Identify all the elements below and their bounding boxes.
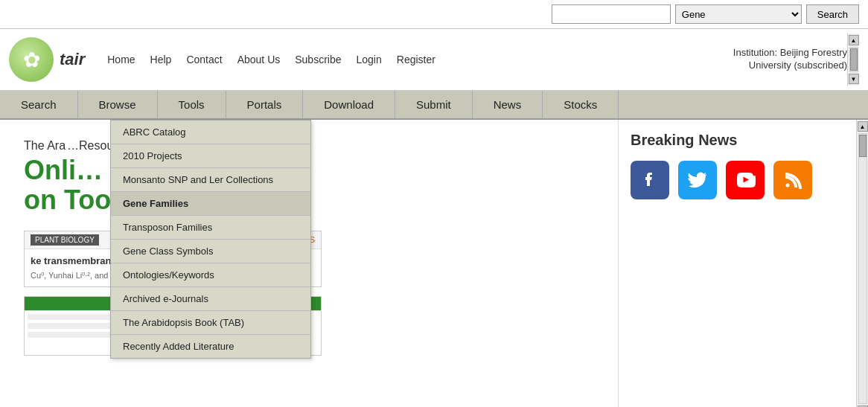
secondary-nav: Search Browse Tools Portals Download Sub…	[0, 91, 868, 120]
scroll-thumb[interactable]	[850, 48, 858, 71]
register-link[interactable]: Register	[397, 54, 435, 65]
logo-area[interactable]: tair	[9, 37, 85, 82]
dropdown-monsanto-snp[interactable]: Monsanto SNP and Ler Collections	[111, 168, 310, 192]
twitter-icon[interactable]	[678, 161, 717, 199]
dropdown-gene-class-symbols[interactable]: Gene Class Symbols	[111, 240, 310, 263]
nav-tools[interactable]: Tools	[158, 91, 226, 118]
main-scroll-track	[858, 133, 867, 404]
about-link[interactable]: About Us	[237, 54, 281, 65]
main-content: The Ara…Resource Onli… ol: Generic on To…	[0, 120, 868, 407]
title-prefix: The Ara	[24, 139, 66, 152]
dropdown-arabidopsis-book[interactable]: The Arabidopsis Book (TAB)	[111, 311, 310, 335]
main-scrollbar[interactable]: ▲ ▼	[856, 120, 868, 407]
scroll-down-btn[interactable]: ▼	[849, 74, 859, 84]
nav-submit[interactable]: Submit	[395, 91, 473, 118]
site-header: tair Home Help Contact About Us Subscrib…	[0, 29, 868, 91]
rss-icon[interactable]	[773, 161, 812, 199]
dropdown-archived-ejournals[interactable]: Archived e-Journals	[111, 287, 310, 311]
scroll-up-btn[interactable]: ▲	[849, 35, 859, 45]
breaking-news-title: Breaking News	[631, 132, 844, 149]
login-link[interactable]: Login	[357, 54, 382, 65]
nav-news[interactable]: News	[473, 91, 543, 118]
nav-download[interactable]: Download	[303, 91, 395, 118]
social-icons-row	[631, 161, 844, 199]
dropdown-recently-added[interactable]: Recently Added Literature	[111, 335, 310, 358]
subscribe-link[interactable]: Subscribe	[295, 54, 341, 65]
nav-portals[interactable]: Portals	[226, 91, 304, 118]
svg-point-0	[786, 184, 790, 188]
content-right: Breaking News	[618, 120, 856, 407]
scroll-track	[849, 47, 858, 72]
dropdown-abrc-catalog[interactable]: ABRC Catalog	[111, 121, 310, 144]
home-link[interactable]: Home	[107, 54, 135, 65]
content-left: The Ara…Resource Onli… ol: Generic on To…	[0, 120, 618, 407]
header-scrollbar[interactable]: ▲ ▼	[847, 33, 859, 86]
logo-text: tair	[60, 50, 85, 69]
main-scroll-up[interactable]: ▲	[858, 121, 868, 132]
institution-text: Institution: Beijing Forestry University…	[698, 47, 847, 72]
main-nav: Home Help Contact About Us Subscribe Log…	[107, 47, 847, 72]
facebook-icon[interactable]	[631, 161, 669, 199]
logo-icon	[9, 37, 54, 82]
search-input[interactable]	[552, 4, 671, 24]
help-link[interactable]: Help	[150, 54, 172, 65]
dropdown-gene-families[interactable]: Gene Families	[111, 192, 310, 216]
plant-bio-tag: PLANT BIOLOGY	[31, 234, 99, 246]
nav-search[interactable]: Search	[0, 91, 78, 118]
top-search-bar: Gene Protein Locus Keyword Author Search	[0, 0, 868, 29]
search-type-select[interactable]: Gene Protein Locus Keyword Author	[675, 4, 802, 24]
main-scroll-thumb[interactable]	[859, 135, 867, 157]
youtube-icon[interactable]	[726, 161, 765, 199]
browse-dropdown: ABRC Catalog 2010 Projects Monsanto SNP …	[110, 120, 311, 359]
dropdown-2010-projects[interactable]: 2010 Projects	[111, 144, 310, 168]
nav-stocks[interactable]: Stocks	[543, 91, 619, 118]
dropdown-ontologies-keywords[interactable]: Ontologies/Keywords	[111, 263, 310, 287]
nav-browse[interactable]: Browse	[78, 91, 158, 118]
dropdown-transposon-families[interactable]: Transposon Families	[111, 216, 310, 240]
search-button[interactable]: Search	[806, 4, 859, 24]
contact-link[interactable]: Contact	[186, 54, 222, 65]
